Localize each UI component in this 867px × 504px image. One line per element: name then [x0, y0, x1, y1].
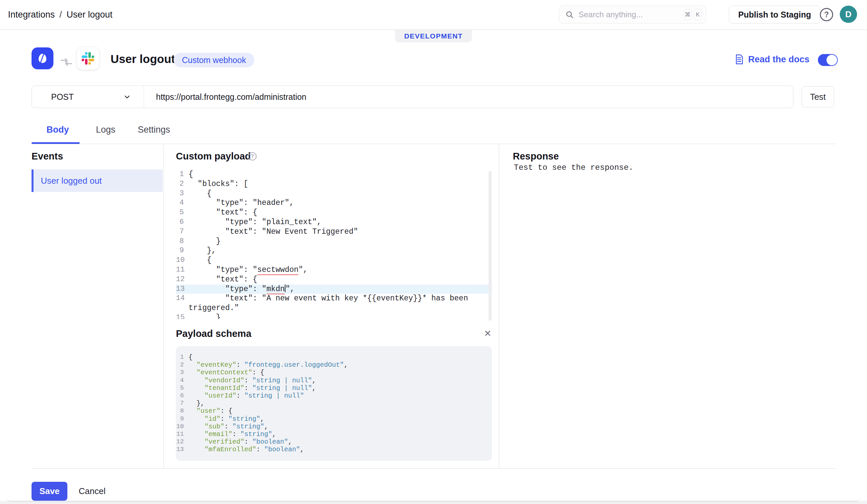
document-icon — [734, 54, 744, 65]
save-button[interactable]: Save — [32, 482, 67, 501]
cmd-key-badge: ⌘ — [684, 9, 692, 20]
read-the-docs-link[interactable]: Read the docs — [734, 54, 810, 65]
card-bottom-edge — [7, 496, 860, 501]
footer-divider — [32, 468, 835, 469]
custom-webhook-badge: Custom webhook — [174, 53, 254, 67]
frontegg-logo-tile — [32, 47, 53, 69]
read-the-docs-label: Read the docs — [748, 54, 810, 65]
breadcrumb-current: User logout — [67, 10, 113, 20]
connection-arrows-icon — [59, 55, 74, 70]
topbar: Integrations / User logout ⌘ K Publish t… — [0, 0, 867, 29]
slack-logo-tile — [76, 47, 99, 70]
search-box[interactable]: ⌘ K — [559, 6, 706, 23]
custom-payload-heading: Custom payload — [176, 151, 251, 162]
frontegg-egg-icon — [36, 52, 49, 65]
tab-logs[interactable]: Logs — [96, 125, 116, 135]
payload-editor[interactable]: 1{2 "blocks": [3 {4 "type": "header",5 "… — [176, 170, 492, 319]
url-input[interactable] — [144, 86, 793, 108]
payload-help-icon[interactable]: ? — [248, 152, 257, 161]
k-key-badge: K — [694, 9, 702, 20]
breadcrumb-separator: / — [60, 10, 62, 20]
response-panel-divider — [499, 145, 499, 468]
response-heading: Response — [513, 151, 559, 162]
cancel-button[interactable]: Cancel — [79, 482, 106, 501]
close-icon[interactable]: ✕ — [484, 328, 492, 339]
environment-badge: DEVELOPMENT — [395, 30, 472, 42]
payload-editor-scrollbar[interactable] — [489, 171, 492, 321]
test-button[interactable]: Test — [802, 86, 834, 107]
tab-body[interactable]: Body — [46, 125, 69, 135]
page: Integrations / User logout ⌘ K Publish t… — [0, 0, 867, 504]
payload-schema-block: 1{2 "eventKey": "frontegg.user.loggedOut… — [176, 346, 492, 461]
page-background-strip — [0, 501, 867, 504]
method-select[interactable]: POST — [32, 86, 144, 108]
publish-to-staging-button[interactable]: Publish to Staging — [729, 6, 820, 23]
tab-settings[interactable]: Settings — [138, 125, 170, 135]
help-icon[interactable]: ? — [820, 8, 833, 21]
schema-code-rows: 1{2 "eventKey": "frontegg.user.loggedOut… — [176, 353, 492, 453]
events-heading: Events — [32, 151, 63, 162]
chevron-down-icon — [123, 93, 131, 101]
slack-icon — [82, 52, 94, 65]
payload-schema-heading: Payload schema — [176, 328, 251, 339]
breadcrumb-integrations[interactable]: Integrations — [8, 10, 55, 20]
page-title: User logout — [110, 52, 175, 66]
response-placeholder-text: Test to see the response. — [514, 163, 633, 172]
payload-code-rows: 1{2 "blocks": [3 {4 "type": "header",5 "… — [176, 170, 492, 319]
search-icon — [565, 10, 574, 19]
events-panel-divider — [163, 145, 164, 468]
search-input[interactable] — [579, 10, 682, 19]
avatar[interactable]: D — [840, 6, 857, 23]
breadcrumb: Integrations / User logout — [8, 0, 113, 29]
enabled-toggle[interactable] — [818, 54, 838, 66]
method-value: POST — [51, 92, 74, 102]
active-tab-underline — [32, 142, 80, 144]
toggle-knob — [826, 55, 837, 65]
tabs-divider — [32, 144, 835, 144]
request-row: POST — [32, 86, 793, 108]
event-item-user-logged-out[interactable]: User logged out — [32, 169, 163, 192]
